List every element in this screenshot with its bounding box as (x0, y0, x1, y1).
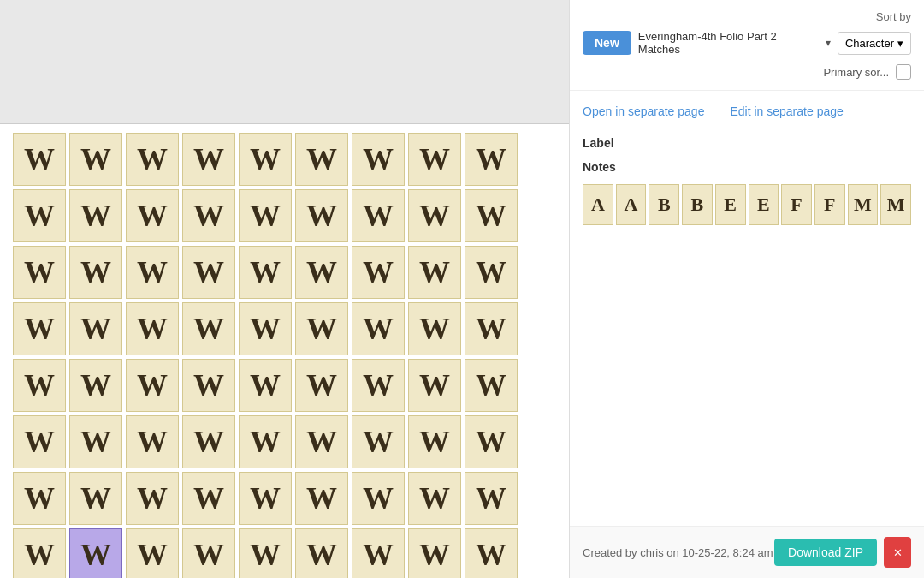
sort-row: New Everingham-4th Folio Part 2 Matches … (583, 30, 911, 56)
char-thumbnail[interactable]: F (814, 184, 845, 225)
glyph-cell[interactable]: W (465, 302, 518, 355)
download-zip-button[interactable]: Download ZIP (774, 539, 877, 566)
glyph-cell[interactable]: W (239, 246, 292, 299)
glyph-cell[interactable]: W (295, 189, 348, 242)
glyph-cell[interactable]: W (126, 528, 179, 578)
glyph-cell[interactable]: W (182, 246, 235, 299)
glyph-cell[interactable]: W (182, 359, 235, 412)
open-separate-page-link[interactable]: Open in separate page (583, 104, 704, 121)
glyph-cell[interactable]: W (13, 302, 66, 355)
glyph-cell[interactable]: W (182, 133, 235, 186)
glyph-cell[interactable]: W (352, 302, 405, 355)
glyph-cell[interactable]: W (408, 302, 461, 355)
primary-sort-checkbox[interactable] (896, 64, 911, 80)
glyph-cell[interactable]: W (69, 133, 122, 186)
glyph-cell[interactable]: W (295, 472, 348, 525)
glyph-cell[interactable]: W (13, 528, 66, 578)
glyph-cell[interactable]: W (352, 189, 405, 242)
glyph-cell[interactable]: W (408, 528, 461, 578)
char-thumbnail[interactable]: F (781, 184, 812, 225)
glyph-cell[interactable]: W (13, 415, 66, 468)
right-panel: Sort by New Everingham-4th Folio Part 2 … (569, 0, 924, 578)
glyph-cell[interactable]: W (465, 528, 518, 578)
glyph-cell[interactable]: W (465, 415, 518, 468)
glyph-cell[interactable]: W (126, 302, 179, 355)
glyph-cell[interactable]: W (465, 359, 518, 412)
glyph-cell[interactable]: W (408, 415, 461, 468)
char-thumbnail[interactable]: B (649, 184, 679, 225)
glyph-cell[interactable]: W (408, 472, 461, 525)
glyph-cell[interactable]: W (13, 246, 66, 299)
char-thumbnail[interactable]: E (715, 184, 746, 225)
glyph-cell[interactable]: W (69, 415, 122, 468)
primary-sort-row: Primary sor... (583, 64, 911, 80)
glyph-cell[interactable]: W (69, 528, 122, 578)
glyph-cell[interactable]: W (13, 472, 66, 525)
glyph-cell[interactable]: W (295, 246, 348, 299)
dropdown-arrow-icon[interactable]: ▾ (826, 37, 831, 49)
glyph-cell[interactable]: W (352, 359, 405, 412)
glyph-cell[interactable]: W (239, 472, 292, 525)
label-row: Label (583, 136, 911, 150)
delete-button[interactable]: ✕ (884, 537, 911, 568)
character-dropdown-arrow: ▾ (897, 37, 903, 50)
glyph-cell[interactable]: W (182, 302, 235, 355)
new-button[interactable]: New (583, 31, 631, 55)
glyph-cell[interactable]: W (352, 246, 405, 299)
glyph-cell[interactable]: W (69, 189, 122, 242)
match-title: Everingham-4th Folio Part 2 Matches (638, 30, 819, 56)
glyph-cell[interactable]: W (239, 359, 292, 412)
top-bar (0, 0, 569, 124)
glyph-cell[interactable]: W (295, 133, 348, 186)
glyph-cell[interactable]: W (408, 189, 461, 242)
glyph-cell[interactable]: W (69, 359, 122, 412)
glyph-cell[interactable]: W (408, 133, 461, 186)
glyph-cell[interactable]: W (13, 359, 66, 412)
glyph-cell[interactable]: W (408, 359, 461, 412)
glyph-cell[interactable]: W (182, 472, 235, 525)
glyph-cell[interactable]: W (126, 189, 179, 242)
glyph-cell[interactable]: W (13, 133, 66, 186)
glyph-cell[interactable]: W (465, 472, 518, 525)
glyph-cell[interactable]: W (239, 133, 292, 186)
char-thumbnail[interactable]: M (848, 184, 879, 225)
glyph-cell[interactable]: W (69, 472, 122, 525)
char-thumbnail[interactable]: B (682, 184, 713, 225)
glyph-cell[interactable]: W (182, 189, 235, 242)
glyph-cell[interactable]: W (13, 189, 66, 242)
glyph-cell[interactable]: W (465, 246, 518, 299)
glyph-cell[interactable]: W (126, 133, 179, 186)
glyph-cell[interactable]: W (408, 246, 461, 299)
glyph-cell[interactable]: W (182, 528, 235, 578)
glyph-cell[interactable]: W (239, 415, 292, 468)
glyph-cell[interactable]: W (295, 528, 348, 578)
right-content: Open in separate page Edit in separate p… (570, 91, 924, 526)
char-thumbnail[interactable]: E (749, 184, 779, 225)
glyph-cell[interactable]: W (69, 246, 122, 299)
glyph-cell[interactable]: W (352, 133, 405, 186)
glyph-cell[interactable]: W (352, 472, 405, 525)
glyph-cell[interactable]: W (239, 302, 292, 355)
character-dropdown[interactable]: Character ▾ (838, 32, 911, 55)
glyph-cell[interactable]: W (465, 189, 518, 242)
sort-by-label: Sort by (583, 10, 911, 23)
glyph-cell[interactable]: W (295, 415, 348, 468)
glyph-cell[interactable]: W (239, 189, 292, 242)
char-thumbnail[interactable]: M (880, 184, 911, 225)
glyph-cell[interactable]: W (295, 359, 348, 412)
edit-separate-page-link[interactable]: Edit in separate page (730, 104, 843, 121)
glyph-cell[interactable]: W (352, 528, 405, 578)
glyph-cell[interactable]: W (126, 246, 179, 299)
char-thumbnail[interactable]: A (583, 184, 613, 225)
char-thumbnail[interactable]: A (616, 184, 647, 225)
glyph-cell[interactable]: W (182, 415, 235, 468)
glyph-cell[interactable]: W (295, 302, 348, 355)
glyph-cell[interactable]: W (352, 415, 405, 468)
glyph-cell[interactable]: W (126, 359, 179, 412)
glyph-cell[interactable]: W (465, 133, 518, 186)
char-thumbnails: AABBEEFFMM (583, 184, 911, 225)
glyph-cell[interactable]: W (126, 472, 179, 525)
glyph-cell[interactable]: W (239, 528, 292, 578)
glyph-cell[interactable]: W (69, 302, 122, 355)
glyph-cell[interactable]: W (126, 415, 179, 468)
